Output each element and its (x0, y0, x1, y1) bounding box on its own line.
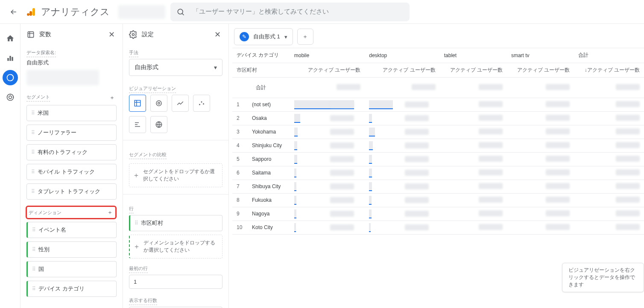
metric-smarttv[interactable]: アクティブ ユーザー数 (507, 63, 574, 77)
cell-tablet (440, 207, 507, 221)
grip-icon: ⠿ (31, 110, 34, 116)
cell-total (574, 139, 644, 152)
table-row[interactable]: 3Yokohama (232, 125, 644, 139)
col-desktop[interactable]: desktop (365, 48, 439, 63)
table-row[interactable]: 6Saitama (232, 166, 644, 180)
search-icon (176, 8, 185, 16)
table-row[interactable]: 4Shinjuku City (232, 139, 644, 152)
col-device-category[interactable]: デバイス カテゴリ (232, 48, 290, 63)
grip-icon: ⠿ (32, 227, 35, 233)
col-tablet[interactable]: tablet (440, 48, 507, 63)
cell-desktop (369, 155, 429, 163)
viz-geo-button[interactable] (150, 116, 167, 133)
svg-rect-0 (32, 8, 35, 16)
viz-donut-button[interactable] (150, 95, 167, 112)
date-range-selector[interactable] (26, 70, 99, 85)
cell-total (574, 98, 644, 111)
table-row[interactable]: 10Koto City (232, 221, 644, 234)
segment-chip[interactable]: ⠿有料のトラフィック (26, 144, 117, 160)
dimension-chip[interactable]: ⠿国 (26, 261, 117, 277)
back-button[interactable] (5, 3, 22, 20)
add-tab-button[interactable]: ＋ (297, 29, 313, 45)
cell-mobile (294, 169, 354, 177)
table-row[interactable]: 5Sapporo (232, 152, 644, 166)
cell-total (574, 166, 644, 180)
cell-desktop (369, 182, 429, 191)
add-dimension-button[interactable]: ＋ (105, 208, 114, 217)
data-table[interactable]: デバイス カテゴリ mobile desktop tablet smart tv… (232, 48, 644, 235)
search-input[interactable]: 「ユーザー サマリー」と検索してみてください (170, 3, 410, 21)
cell-mobile (294, 155, 354, 163)
svg-point-13 (156, 101, 161, 106)
cell-smarttv (507, 125, 574, 139)
table-row[interactable]: 9Nagoya (232, 207, 644, 221)
col-city[interactable]: 市区町村 (232, 63, 290, 77)
cell-desktop (369, 169, 429, 177)
dimension-chip[interactable]: ⠿性別 (26, 241, 117, 258)
dimension-chip[interactable]: ⠿デバイス カテゴリ (26, 281, 117, 297)
table-row[interactable]: 8Fukuoka (232, 193, 644, 207)
product-name: アナリティクス (41, 6, 110, 18)
segment-dropzone[interactable]: ＋ セグメントをドロップするか選択してください (129, 163, 222, 187)
cell-tablet (440, 152, 507, 166)
close-settings-button[interactable]: ✕ (213, 28, 222, 41)
table-row[interactable]: 7Shibuya City (232, 180, 644, 193)
grip-icon: ⠿ (31, 169, 34, 175)
scatter-icon (198, 99, 205, 107)
explore-name-value[interactable]: 自由形式 (26, 59, 117, 67)
col-smarttv[interactable]: smart tv (507, 48, 574, 63)
row-index: 4 (232, 139, 248, 152)
first-row-input[interactable]: 1 (129, 275, 222, 289)
account-selector[interactable] (118, 5, 165, 19)
close-variables-button[interactable]: ✕ (107, 28, 117, 41)
svg-point-9 (9, 96, 12, 99)
cell-desktop (369, 223, 429, 232)
cell-mobile (294, 223, 354, 232)
grip-icon: ⠿ (31, 130, 34, 136)
cell-total (574, 111, 644, 125)
viz-table-button[interactable] (129, 95, 146, 112)
variables-icon (26, 30, 35, 39)
viz-bar-button[interactable] (129, 116, 146, 133)
segment-chip[interactable]: ⠿ノーリファラー (26, 125, 117, 141)
table-row[interactable]: 1(not set) (232, 98, 644, 111)
metric-tablet[interactable]: アクティブ ユーザー数 (440, 63, 507, 77)
svg-point-3 (178, 9, 183, 14)
segment-chip-label: 有料のトラフィック (38, 148, 88, 156)
gear-icon (129, 30, 138, 39)
nav-explore[interactable] (3, 70, 18, 85)
nav-reports[interactable] (3, 50, 18, 66)
table-icon (134, 99, 141, 107)
table-row[interactable]: 2Osaka (232, 111, 644, 125)
add-segment-button[interactable]: ＋ (107, 93, 117, 102)
metric-desktop[interactable]: アクティブ ユーザー数 (365, 63, 439, 77)
cell-smarttv (507, 98, 574, 111)
plus-icon: ＋ (133, 242, 140, 251)
settings-panel: 設定 ✕ 手法 自由形式 ▾ ビジュアリゼーション (123, 24, 229, 308)
col-mobile[interactable]: mobile (290, 48, 365, 63)
segment-chip[interactable]: ⠿タブレット トラフィック (26, 183, 117, 200)
segments-label: セグメント (26, 94, 50, 102)
viz-scatter-button[interactable] (193, 95, 210, 112)
cell-desktop (369, 141, 429, 150)
technique-select[interactable]: 自由形式 ▾ (129, 59, 222, 76)
col-total[interactable]: 合計 (574, 48, 644, 63)
explore-name-label: データ探索名: (26, 49, 56, 57)
exploration-tab[interactable]: ✎ 自由形式 1 ▾ (234, 28, 293, 45)
metric-mobile[interactable]: アクティブ ユーザー数 (290, 63, 365, 77)
nav-advertising[interactable] (3, 90, 18, 105)
metric-total-sort[interactable]: ↓アクティブ ユーザー数 (574, 63, 644, 77)
row-dimension-chip[interactable]: ⠿ 市区町村 (129, 215, 222, 231)
chevron-down-icon: ▾ (214, 64, 217, 71)
segment-chip[interactable]: ⠿モバイル トラフィック (26, 164, 117, 180)
row-dimension-dropzone[interactable]: ＋ ディメンションをドロップするか選択してください (129, 235, 222, 259)
viz-line-button[interactable] (172, 95, 189, 112)
segment-chip[interactable]: ⠿米国 (26, 105, 117, 121)
cell-tablet (440, 139, 507, 152)
arrow-left-icon (9, 8, 18, 16)
row-city: Shibuya City (248, 180, 290, 193)
nav-home[interactable] (3, 31, 18, 46)
dimension-chip[interactable]: ⠿イベント名 (26, 222, 117, 238)
cell-total (574, 152, 644, 166)
dimension-chip-label: イベント名 (38, 226, 66, 234)
